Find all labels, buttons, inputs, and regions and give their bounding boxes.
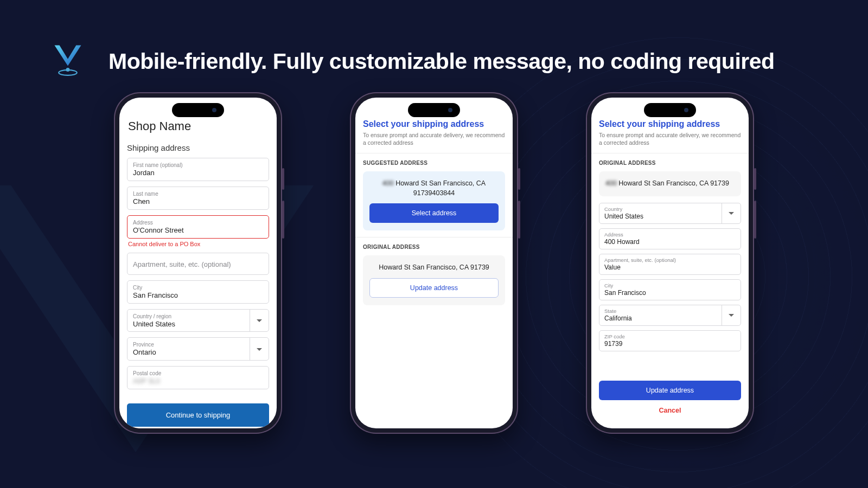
divider: [355, 237, 513, 237]
original-address-text: Howard St San Francisco, CA 91739: [369, 263, 499, 273]
original-address-card: Howard St San Francisco, CA 91739 Update…: [363, 255, 505, 305]
section-shipping-address: Shipping address: [127, 143, 269, 152]
province-select[interactable]: Province Ontario: [127, 337, 269, 361]
original-address-label: ORIGINAL ADDRESS: [599, 160, 741, 166]
phone-mock-edit-address: Select your shipping address To ensure p…: [586, 92, 754, 434]
modal-title: Select your shipping address: [363, 119, 505, 129]
phone-mock-checkout: Shop Name Shipping address First name (o…: [114, 92, 282, 434]
postal-code-field[interactable]: Postal code A0P 3L0: [127, 366, 269, 389]
original-address-label: ORIGINAL ADDRESS: [363, 244, 505, 250]
first-name-field[interactable]: First name (optional) Jordan: [127, 158, 269, 181]
last-name-field[interactable]: Last name Chen: [127, 187, 269, 210]
update-address-button[interactable]: Update address: [369, 278, 499, 298]
chevron-down-icon: [729, 314, 734, 317]
country-select[interactable]: Country United States: [599, 203, 741, 224]
city-field[interactable]: City San Francisco: [599, 279, 741, 300]
svg-point-1: [66, 68, 70, 72]
shop-name: Shop Name: [127, 119, 269, 133]
chevron-down-icon: [257, 348, 262, 351]
cancel-button[interactable]: Cancel: [599, 400, 741, 421]
headline: Mobile-friendly. Fully customizable mess…: [108, 49, 775, 74]
modal-subtitle: To ensure prompt and accurate delivery, …: [599, 131, 741, 146]
zip-field[interactable]: ZIP code 91739: [599, 330, 741, 351]
return-to-cart-link[interactable]: Return to cart: [127, 427, 269, 428]
address-field[interactable]: Address 400 Howard: [599, 228, 741, 249]
modal-subtitle: To ensure prompt and accurate delivery, …: [363, 131, 505, 146]
app-logo: [49, 42, 87, 80]
city-field[interactable]: City San Francisco: [127, 280, 269, 304]
apartment-field[interactable]: Apartment, suite, etc. (optional): [127, 253, 269, 275]
phone-mock-suggested: Select your shipping address To ensure p…: [350, 92, 518, 434]
apartment-field[interactable]: Apartment, suite, etc. (optional) Value: [599, 254, 741, 275]
original-address-text: 400 Howard St San Francisco, CA 91739: [605, 179, 735, 189]
suggested-address-text: 400 Howard St San Francisco, CA 91739403…: [369, 179, 499, 198]
divider: [591, 153, 749, 153]
select-address-button[interactable]: Select address: [369, 203, 499, 223]
continue-to-shipping-button[interactable]: Continue to shipping: [127, 403, 269, 427]
address-field[interactable]: Address O'Connor Street: [127, 215, 269, 239]
suggested-address-label: SUGGESTED ADDRESS: [363, 160, 505, 166]
country-select[interactable]: Country / region United States: [127, 309, 269, 332]
chevron-down-icon: [729, 212, 734, 215]
address-error-msg: Cannot deliver to a PO Box: [128, 241, 269, 247]
modal-title: Select your shipping address: [599, 119, 741, 129]
divider: [355, 153, 513, 153]
original-address-card: 400 Howard St San Francisco, CA 91739: [599, 171, 741, 196]
state-select[interactable]: State California: [599, 305, 741, 326]
update-address-button[interactable]: Update address: [599, 381, 741, 400]
chevron-down-icon: [257, 319, 262, 322]
suggested-address-card: 400 Howard St San Francisco, CA 91739403…: [363, 171, 505, 230]
